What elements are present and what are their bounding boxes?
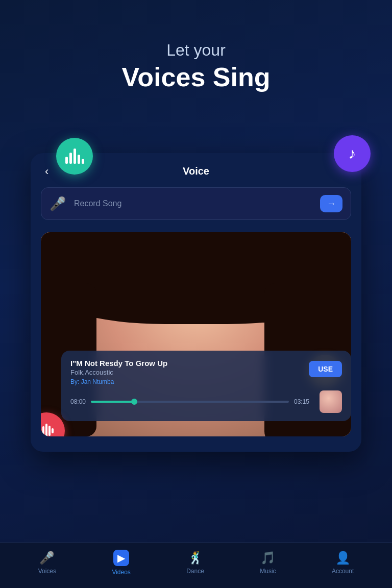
progress-dot (131, 399, 137, 405)
back-button[interactable]: ‹ (41, 163, 53, 180)
music-icon: 🎵 (260, 551, 276, 565)
nav-voices[interactable]: 🎤 Voices (30, 547, 64, 579)
videos-label: Videos (112, 569, 130, 576)
wave-bars-icon (41, 424, 54, 436)
song-thumbnail (320, 390, 342, 413)
nav-music[interactable]: 🎵 Music (252, 547, 284, 579)
record-song-row[interactable]: 🎤 Record Song → (41, 187, 351, 220)
nav-account[interactable]: 👤 Account (324, 547, 362, 579)
progress-row: 08:00 03:15 (70, 390, 342, 413)
music-note-icon: ♪ (349, 145, 356, 162)
song-details: I"M Not Resdy To Grow Up Folk,Accoustic … (70, 359, 303, 385)
voices-label: Voices (38, 568, 56, 575)
hero-section: Let your Voices Sing (0, 41, 392, 92)
record-label: Record Song (74, 199, 320, 208)
nav-dance[interactable]: 🕺 Dance (178, 547, 212, 579)
song-info-card: I"M Not Resdy To Grow Up Folk,Accoustic … (61, 351, 351, 421)
account-label: Account (332, 568, 354, 575)
record-arrow-button[interactable]: → (320, 195, 342, 212)
progress-bar[interactable] (91, 401, 289, 403)
main-card: ‹ Voice 🎤 Record Song → 🎵 (31, 153, 361, 452)
voices-icon: 🎤 (39, 551, 55, 565)
song-genre: Folk,Accoustic (70, 369, 303, 376)
time-start: 08:00 (70, 398, 86, 405)
card-title: Voice (183, 165, 209, 177)
equalizer-button[interactable] (56, 138, 93, 175)
song-card-top: I"M Not Resdy To Grow Up Folk,Accoustic … (70, 359, 342, 385)
eq-bars-icon (65, 149, 84, 164)
videos-icon: ▶ (113, 550, 129, 566)
nav-videos[interactable]: ▶ Videos (104, 546, 138, 580)
photo-area: 🎵 I"M Not Resdy To Grow Up Folk,Accousti… (41, 232, 351, 436)
account-icon: 👤 (335, 551, 351, 565)
bottom-navigation: 🎤 Voices ▶ Videos 🕺 Dance 🎵 Music 👤 Acco… (0, 542, 392, 588)
microphone-icon: 🎤 (50, 196, 66, 212)
use-button[interactable]: USE (309, 361, 342, 377)
time-end: 03:15 (294, 398, 309, 405)
arrow-icon: → (327, 199, 336, 209)
dance-icon: 🕺 (188, 551, 203, 565)
song-artist: By: Jan Ntumba (70, 378, 303, 385)
song-name: I"M Not Resdy To Grow Up (70, 359, 303, 368)
hero-title: Voices Sing (0, 62, 392, 92)
progress-fill (91, 401, 134, 403)
dance-label: Dance (186, 568, 204, 575)
music-label: Music (260, 568, 276, 575)
hero-subtitle: Let your (0, 41, 392, 60)
